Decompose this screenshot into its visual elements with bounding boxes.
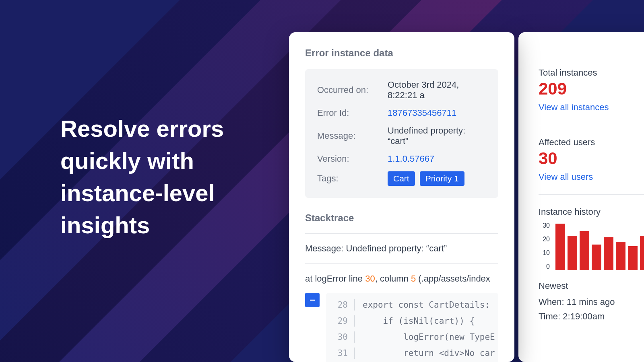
code-text: logError(new TypeE — [363, 332, 495, 342]
error-instance-title: Error instance data — [305, 47, 498, 59]
chart-bar — [628, 246, 638, 270]
marketing-hero-background: Resolve errors quickly with instance-lev… — [0, 0, 644, 362]
kv-tags: Tags: Cart Priority 1 — [317, 171, 486, 186]
code-text: if (isNil(cart)) { — [363, 316, 475, 326]
kv-error-id: Error Id: 18767335456711 — [317, 108, 486, 118]
version-link[interactable]: 1.1.0.57667 — [388, 154, 434, 164]
code-snippet: − 28export const CartDetails:29 if (isNi… — [305, 293, 498, 362]
chart-bar — [580, 231, 589, 271]
summary-sidebar: Total instances 209 View all instances A… — [518, 32, 644, 362]
stacktrace-title: Stacktrace — [305, 212, 498, 224]
error-instance-table: Occurred on: October 3rd 2024, 8:22:21 a… — [305, 69, 498, 198]
stacktrace-message: Message: Undefined property: “cart” — [305, 243, 498, 254]
code-line: 29 if (isNil(cart)) { — [326, 313, 498, 329]
code-text: return <div>No car — [363, 348, 495, 358]
kv-occurred-on: Occurred on: October 3rd 2024, 8:22:21 a — [317, 80, 486, 101]
affected-users-value: 30 — [539, 150, 644, 167]
newest-when: When: 11 mins ago — [539, 297, 644, 307]
y-tick: 20 — [539, 236, 550, 243]
code-line: 30 logError(new TypeE — [326, 329, 498, 345]
total-instances-value: 209 — [539, 80, 644, 97]
minus-icon: − — [310, 294, 315, 306]
gutter-bar — [354, 315, 355, 327]
newest-label: Newest — [539, 281, 644, 291]
code-block: 28export const CartDetails:29 if (isNil(… — [326, 293, 498, 362]
chart-bar — [592, 245, 601, 270]
code-text: export const CartDetails: — [363, 300, 490, 310]
divider — [539, 125, 644, 125]
instance-history-label: Instance history — [539, 207, 644, 217]
y-tick: 10 — [539, 249, 550, 257]
instance-history-chart: 3020100 — [539, 222, 644, 270]
line-number: 30 — [326, 332, 354, 342]
divider — [539, 194, 644, 195]
hero-headline: Resolve errors quickly with instance-lev… — [60, 113, 270, 241]
code-line: 28export const CartDetails: — [326, 297, 498, 313]
chart-bar — [640, 236, 644, 270]
stacktrace-location: at logError line 30, column 5 (.app/asse… — [305, 274, 498, 284]
view-all-instances-link[interactable]: View all instances — [539, 102, 609, 113]
chart-bars — [555, 222, 644, 270]
chart-bar — [616, 242, 625, 270]
chart-bar — [555, 224, 565, 270]
newest-time: Time: 2:19:00am — [539, 311, 644, 322]
tag-priority-1[interactable]: Priority 1 — [420, 171, 464, 186]
line-number: 28 — [326, 300, 354, 310]
kv-version: Version: 1.1.0.57667 — [317, 154, 486, 164]
error-detail-panel: Error instance data Occurred on: October… — [289, 32, 514, 362]
total-instances-label: Total instances — [539, 68, 644, 78]
chart-bar — [568, 236, 577, 270]
affected-users-label: Affected users — [539, 137, 644, 148]
gutter-bar — [354, 331, 355, 343]
error-id-link[interactable]: 18767335456711 — [388, 108, 456, 118]
y-tick: 30 — [539, 222, 550, 229]
gutter-bar — [354, 299, 355, 311]
divider — [305, 233, 498, 234]
view-all-users-link[interactable]: View all users — [539, 172, 593, 182]
divider — [305, 263, 498, 264]
tag-cart[interactable]: Cart — [388, 171, 415, 186]
gutter-bar — [354, 348, 355, 359]
chart-y-axis: 3020100 — [539, 222, 550, 270]
line-number: 31 — [326, 348, 354, 358]
line-number: 29 — [326, 316, 354, 326]
tags-container: Cart Priority 1 — [388, 171, 467, 186]
chart-bar — [604, 237, 613, 271]
y-tick: 0 — [539, 263, 550, 270]
code-line: 31 return <div>No car — [326, 345, 498, 361]
collapse-button[interactable]: − — [305, 293, 320, 307]
kv-message: Message: Undefined property: “cart” — [317, 125, 486, 146]
